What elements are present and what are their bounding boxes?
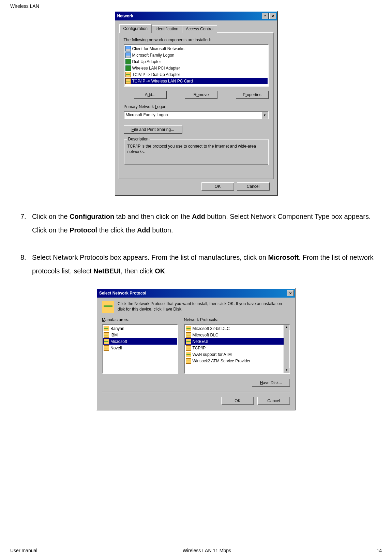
primary-logon-value: Microsoft Family Logon — [124, 111, 262, 119]
list-item[interactable]: TCP/IP -> Wireless LAN PC Card — [125, 78, 268, 84]
cancel-button[interactable]: Cancel — [257, 397, 290, 405]
list-item[interactable]: IBM — [103, 332, 177, 338]
protocol-icon — [186, 358, 191, 364]
list-item[interactable]: Microsoft — [103, 338, 177, 345]
description-text: TCP/IP is the protocol you use to connec… — [127, 144, 265, 154]
list-item[interactable]: Microsoft Family Logon — [125, 52, 268, 58]
tab-configuration[interactable]: Configuration — [119, 24, 152, 33]
ok-button[interactable]: OK — [201, 182, 234, 191]
ok-button[interactable]: OK — [221, 397, 254, 405]
step-7: 7. Click on the Configuration tab and th… — [20, 210, 382, 237]
protocol-icon — [125, 78, 131, 84]
have-disk-button[interactable]: Have Disk... — [252, 379, 290, 387]
footer-center: Wireless LAN 11 Mbps — [183, 548, 231, 553]
scroll-down-icon[interactable]: ▼ — [284, 368, 289, 373]
list-item[interactable]: Novell — [103, 345, 177, 351]
manufacturers-listbox[interactable]: Banyan IBM Microsoft — [102, 324, 178, 374]
protocol-icon — [186, 345, 191, 351]
list-item[interactable]: Banyan — [103, 325, 177, 332]
protocol-icon — [186, 332, 191, 338]
installed-label: The following network components are ins… — [124, 37, 269, 42]
network-dialog: Network ? ✕ Configuration Identification… — [115, 11, 278, 196]
list-item[interactable]: Microsoft DLC — [185, 332, 289, 338]
list-item[interactable]: Dial-Up Adapter — [125, 58, 268, 65]
chevron-down-icon[interactable]: ▼ — [262, 111, 269, 119]
select-protocol-dialog: Select Network Protocol ✕ Click the Netw… — [96, 288, 296, 410]
list-item[interactable]: TCP/IP -> Dial-Up Adapter — [125, 71, 268, 78]
remove-button[interactable]: Remove — [185, 91, 217, 99]
scroll-up-icon[interactable]: ▲ — [284, 325, 289, 330]
close-button[interactable]: ✕ — [269, 13, 276, 19]
scrollbar[interactable]: ▲ ▼ — [284, 325, 289, 373]
description-title: Description — [127, 137, 150, 141]
description-groupbox: Description TCP/IP is the protocol you u… — [124, 139, 269, 165]
instructions-text: Click the Network Protocol that you want… — [118, 301, 290, 312]
primary-logon-label: Primary Network Logon: — [124, 104, 269, 109]
file-print-sharing-button[interactable]: File and Print Sharing... — [124, 125, 182, 134]
list-item[interactable]: Microsoft 32-bit DLC — [185, 325, 289, 332]
cancel-button[interactable]: Cancel — [237, 182, 270, 191]
protocols-label: Network Protocols: — [184, 317, 290, 322]
add-button[interactable]: Add... — [134, 91, 167, 99]
adapter-icon — [125, 65, 131, 71]
list-item[interactable]: Wireless LAN PCI Adapter — [125, 65, 268, 71]
tab-identification[interactable]: Identification — [152, 25, 182, 33]
network-title: Network — [117, 14, 133, 18]
close-button[interactable]: ✕ — [287, 290, 294, 296]
components-listbox[interactable]: Client for Microsoft Networks Microsoft … — [124, 44, 269, 87]
protocol-icon — [104, 345, 109, 351]
primary-logon-combo[interactable]: Microsoft Family Logon ▼ — [124, 111, 269, 119]
list-item[interactable]: WAN support for ATM — [185, 351, 289, 358]
protocol-icon — [186, 326, 191, 331]
protocol-icon — [102, 301, 114, 313]
page-header: Wireless LAN — [10, 3, 382, 9]
client-icon — [125, 46, 131, 51]
properties-button[interactable]: Properties — [236, 91, 269, 99]
protocol-icon — [104, 332, 109, 338]
select-protocol-titlebar: Select Network Protocol ✕ — [97, 289, 295, 298]
list-item[interactable]: NetBEUI — [185, 338, 289, 345]
step-8: 8. Select Network Protocols box appears.… — [20, 251, 382, 278]
tab-access-control[interactable]: Access Control — [182, 25, 217, 33]
select-protocol-title: Select Network Protocol — [99, 291, 146, 296]
adapter-icon — [125, 59, 131, 64]
help-button[interactable]: ? — [262, 13, 269, 19]
tab-panel: The following network components are ins… — [119, 32, 274, 179]
footer-right: 14 — [376, 548, 382, 553]
protocol-icon — [186, 339, 191, 344]
protocols-listbox[interactable]: Microsoft 32-bit DLC Microsoft DLC NetBE… — [184, 324, 290, 374]
protocol-icon — [125, 72, 131, 77]
footer-left: User manual — [10, 548, 37, 553]
protocol-icon — [186, 352, 191, 357]
page-footer: User manual Wireless LAN 11 Mbps 14 — [10, 548, 382, 553]
list-item[interactable]: TCP/IP — [185, 345, 289, 351]
manufacturers-label: Manufacturers: — [102, 317, 178, 322]
client-icon — [125, 52, 131, 58]
list-item[interactable]: Winsock2 ATM Service Provider — [185, 358, 289, 364]
protocol-icon — [104, 326, 109, 331]
network-titlebar: Network ? ✕ — [115, 12, 277, 20]
list-item[interactable]: Client for Microsoft Networks — [125, 45, 268, 52]
protocol-icon — [104, 339, 109, 344]
